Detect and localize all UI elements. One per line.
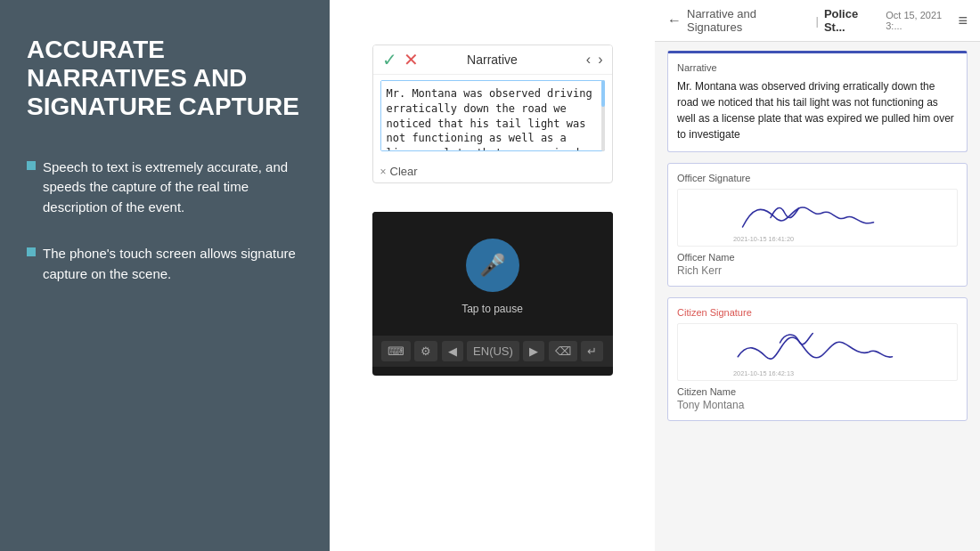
right-content: Narrative Mr. Montana was observed drivi… bbox=[655, 42, 980, 551]
citizen-name-value: Tony Montana bbox=[677, 399, 958, 411]
police-title: Police St... bbox=[824, 7, 880, 34]
narrative-input[interactable]: Mr. Montana was observed driving erratic… bbox=[380, 80, 605, 151]
narrative-header-title: Narrative bbox=[467, 53, 518, 67]
bullet-text-2: The phone's touch screen allows signatur… bbox=[43, 244, 303, 284]
bullet-item-1: Speech to text is extremely accurate, an… bbox=[27, 158, 303, 218]
svg-text:2021-10-15 16:41:20: 2021-10-15 16:41:20 bbox=[733, 235, 794, 243]
clear-button[interactable]: Clear bbox=[390, 165, 418, 178]
left-panel: ACCURATE NARRATIVES AND SIGNATURE CAPTUR… bbox=[0, 0, 330, 551]
x-icon[interactable]: ✕ bbox=[404, 49, 419, 70]
middle-panel: ✓ ✕ Narrative ‹ › Mr. Montana was observ… bbox=[330, 0, 655, 551]
language-selector[interactable]: EN(US) bbox=[467, 341, 519, 361]
narrative-display-text: Mr. Montana was observed driving erratic… bbox=[677, 78, 958, 142]
officer-sig-image[interactable]: 2021-10-15 16:41:20 bbox=[677, 189, 958, 247]
clear-x-icon: × bbox=[380, 166, 387, 178]
menu-icon[interactable]: ≡ bbox=[958, 12, 968, 30]
keyboard-icon-btn[interactable]: ⌨ bbox=[381, 341, 411, 361]
settings-icon-btn[interactable]: ⚙ bbox=[414, 341, 437, 361]
narrative-display-box: Narrative Mr. Montana was observed drivi… bbox=[667, 51, 968, 152]
bullet-item-2: The phone's touch screen allows signatur… bbox=[27, 244, 303, 284]
phone-narrative-screen: ✓ ✕ Narrative ‹ › Mr. Montana was observ… bbox=[372, 45, 613, 183]
officer-signature-box: Officer Signature 2021-10-15 16:41:20 Of… bbox=[667, 163, 968, 287]
right-panel: ← Narrative and Signatures | Police St..… bbox=[655, 0, 980, 551]
bullet-icon-2 bbox=[27, 247, 36, 256]
breadcrumb-label: Narrative and Signatures bbox=[687, 7, 811, 34]
clear-row: × Clear bbox=[373, 160, 612, 182]
mic-button[interactable]: 🎤 bbox=[466, 239, 519, 292]
officer-sig-label: Officer Signature bbox=[677, 173, 958, 183]
header-left: ← Narrative and Signatures | Police St..… bbox=[667, 7, 958, 34]
prev-arrow-icon[interactable]: ‹ bbox=[586, 52, 591, 68]
next-arrow-icon[interactable]: › bbox=[598, 52, 602, 68]
voice-area: 🎤 Tap to pause bbox=[372, 212, 613, 328]
officer-name-value: Rich Kerr bbox=[677, 264, 958, 277]
phone-header: ✓ ✕ Narrative ‹ › bbox=[373, 45, 612, 75]
citizen-sig-label: Citizen Signature bbox=[677, 307, 958, 318]
tap-to-pause-label: Tap to pause bbox=[461, 303, 523, 315]
scroll-indicator bbox=[601, 80, 605, 151]
scroll-thumb bbox=[601, 80, 605, 107]
check-icon[interactable]: ✓ bbox=[382, 49, 397, 70]
wave-icon-btn[interactable]: ◀ bbox=[442, 341, 463, 361]
citizen-signature-box: Citizen Signature 2021-10-15 16:42:13 Ci… bbox=[667, 297, 968, 421]
keyboard-bar: ⌨ ⚙ ◀ EN(US) ▶ ⌫ ↵ bbox=[372, 336, 613, 367]
period-btn[interactable]: ▶ bbox=[523, 341, 544, 361]
citizen-sig-svg: 2021-10-15 16:42:13 bbox=[678, 324, 957, 380]
header-date: Oct 15, 2021 3:... bbox=[886, 10, 958, 31]
officer-sig-svg: 2021-10-15 16:41:20 bbox=[678, 190, 957, 246]
main-title: ACCURATE NARRATIVES AND SIGNATURE CAPTUR… bbox=[27, 36, 303, 122]
citizen-name-label: Citizen Name bbox=[677, 386, 958, 397]
right-header: ← Narrative and Signatures | Police St..… bbox=[655, 0, 980, 42]
svg-text:2021-10-15 16:42:13: 2021-10-15 16:42:13 bbox=[733, 369, 794, 377]
phone-voice-screen: 🎤 Tap to pause ⌨ ⚙ ◀ EN(US) ▶ ⌫ ↵ bbox=[372, 212, 613, 376]
enter-icon-btn[interactable]: ↵ bbox=[581, 341, 603, 361]
bullet-icon-1 bbox=[27, 161, 36, 170]
mic-icon: 🎤 bbox=[479, 253, 506, 278]
phone-body: Mr. Montana was observed driving erratic… bbox=[373, 75, 612, 160]
breadcrumb-divider: | bbox=[816, 14, 819, 28]
back-button[interactable]: ← bbox=[667, 12, 682, 28]
officer-name-label: Officer Name bbox=[677, 252, 958, 263]
nav-arrows: ‹ › bbox=[586, 52, 603, 68]
bullet-text-1: Speech to text is extremely accurate, an… bbox=[43, 158, 303, 218]
citizen-sig-image[interactable]: 2021-10-15 16:42:13 bbox=[677, 323, 958, 381]
narrative-section-label: Narrative bbox=[677, 62, 958, 73]
delete-icon-btn[interactable]: ⌫ bbox=[549, 341, 577, 361]
